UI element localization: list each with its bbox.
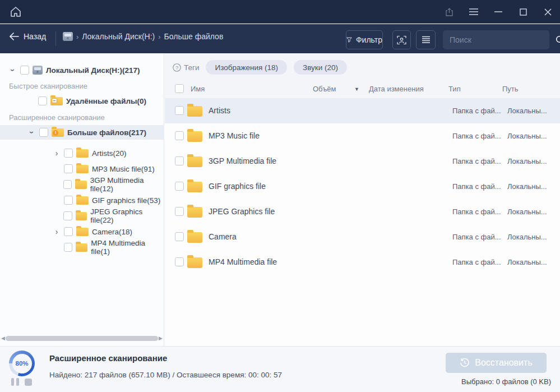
sidebar-item-label: 3GP Multimedia file(12): [90, 176, 164, 193]
selected-files-info: Выбрано: 0 файлов (0 KB): [461, 377, 551, 386]
sidebar-child-item[interactable]: › 3GP Multimedia file(12): [53, 177, 164, 192]
file-name: MP3 Music file: [209, 131, 260, 140]
file-name: Camera: [209, 232, 237, 241]
row-checkbox[interactable]: [175, 257, 184, 266]
deleted-files-checkbox[interactable]: [38, 96, 47, 105]
sidebar-item-deleted-files[interactable]: − Удалённые файлы(0): [38, 94, 146, 108]
scan-status-title: Расширенное сканирование: [49, 353, 167, 363]
preview-button[interactable]: [392, 30, 411, 49]
stop-icon[interactable]: [25, 379, 32, 386]
row-checkbox[interactable]: [175, 156, 184, 165]
list-view-icon[interactable]: [416, 30, 436, 49]
column-header-date[interactable]: Дата изменения: [369, 85, 424, 93]
child-checkbox[interactable]: [64, 149, 73, 158]
menu-icon[interactable]: [461, 0, 486, 24]
file-path: Локальны...: [507, 107, 547, 115]
search-input[interactable]: [443, 35, 556, 44]
table-header: Имя Объём ▼ Дата изменения Тип Путь: [165, 80, 560, 98]
row-checkbox[interactable]: [175, 207, 184, 216]
table-row[interactable]: Artists Папка с фай... Локальны...: [165, 98, 560, 123]
breadcrumb-folder[interactable]: Больше файлов: [164, 32, 224, 41]
sidebar-item-label: Camera(18): [92, 228, 132, 236]
sidebar-item-more-files[interactable]: › ! Больше файлов(217): [28, 125, 146, 140]
recover-button[interactable]: Восстановить: [446, 353, 547, 373]
file-path: Локальны...: [507, 157, 547, 165]
file-type: Папка с фай...: [452, 233, 501, 241]
help-icon[interactable]: ?: [173, 63, 181, 72]
table-row[interactable]: GIF graphics file Папка с фай... Локальн…: [165, 174, 560, 199]
chevron-down-icon[interactable]: ›: [9, 66, 17, 74]
minimize-button[interactable]: [486, 0, 511, 24]
drive-icon: [63, 32, 73, 41]
row-checkbox[interactable]: [175, 232, 184, 241]
sidebar-child-item[interactable]: › GIF graphics file(53): [53, 192, 160, 208]
back-button[interactable]: Назад: [9, 32, 46, 41]
file-type: Папка с фай...: [452, 157, 501, 165]
folder-icon: [76, 243, 87, 252]
sidebar-item-label: JPEG Graphics file(22): [90, 207, 164, 224]
share-icon[interactable]: [437, 0, 461, 24]
filter-button[interactable]: Фильтр: [346, 30, 383, 49]
table-row[interactable]: Camera Папка с фай... Локальны...: [165, 224, 560, 250]
row-checkbox[interactable]: [175, 131, 184, 140]
row-checkbox[interactable]: [175, 182, 184, 191]
sidebar-child-item[interactable]: › JPEG Graphics file(22): [53, 208, 164, 224]
table-row[interactable]: MP4 Multimedia file Папка с фай... Локал…: [165, 250, 560, 275]
search-icon[interactable]: [556, 35, 560, 45]
window-controls: [437, 0, 560, 24]
select-all-checkbox[interactable]: [175, 84, 184, 93]
scrollbar-thumb[interactable]: [6, 336, 158, 341]
child-checkbox[interactable]: [64, 227, 73, 236]
table-row[interactable]: MP3 Music file Папка с фай... Локальны..…: [165, 123, 560, 149]
pause-icon[interactable]: [11, 378, 19, 386]
sidebar-item-label: GIF graphics file(53): [92, 196, 160, 205]
file-type: Папка с фай...: [452, 258, 501, 266]
child-checkbox[interactable]: [64, 164, 73, 173]
column-header-path[interactable]: Путь: [502, 85, 519, 93]
list-header-area: ? Теги Изображения (18) Звуки (20) Имя О…: [165, 53, 560, 98]
scroll-right-icon[interactable]: ▶: [158, 335, 163, 341]
child-checkbox[interactable]: [64, 243, 73, 252]
child-checkbox[interactable]: [63, 180, 72, 189]
maximize-button[interactable]: [511, 0, 535, 24]
chevron-right-icon[interactable]: ›: [53, 228, 61, 236]
folder-deleted-icon: −: [50, 97, 63, 105]
sort-descending-icon[interactable]: ▼: [354, 86, 359, 92]
close-button[interactable]: [535, 0, 560, 24]
table-row[interactable]: 3GP Multimedia file Папка с фай... Локал…: [165, 149, 560, 174]
home-icon[interactable]: [9, 5, 22, 19]
file-rows: Artists Папка с фай... Локальны... MP3 M…: [165, 98, 560, 275]
progress-percent: 80%: [12, 354, 32, 373]
file-name: MP4 Multimedia file: [209, 257, 277, 266]
sidebar-child-item[interactable]: › MP3 Music file(91): [53, 161, 155, 177]
column-header-size[interactable]: Объём: [313, 85, 336, 93]
sidebar-child-item[interactable]: › Artists(20): [53, 145, 127, 161]
child-checkbox[interactable]: [64, 196, 73, 205]
sidebar-item-local-disk[interactable]: › Локальный Диск(H:)(217): [9, 63, 140, 77]
chevron-right-icon[interactable]: ›: [53, 149, 61, 157]
folder-icon: [187, 106, 202, 117]
row-checkbox[interactable]: [175, 106, 184, 115]
sidebar-child-item[interactable]: › MP4 Multimedia file(1): [53, 239, 164, 255]
horizontal-scrollbar[interactable]: ◀ ▶: [1, 335, 163, 342]
sidebar-child-item[interactable]: › Camera(18): [53, 224, 132, 239]
column-header-name[interactable]: Имя: [191, 85, 205, 93]
svg-text:?: ?: [175, 64, 178, 70]
file-type: Папка с фай...: [452, 107, 501, 115]
more-files-checkbox[interactable]: [39, 128, 48, 137]
scroll-left-icon[interactable]: ◀: [1, 335, 6, 341]
sidebar-item-label: Локальный Диск(H:)(217): [46, 66, 140, 75]
restore-icon: [460, 358, 470, 368]
table-row[interactable]: JPEG Graphics file Папка с фай... Локаль…: [165, 199, 560, 224]
scan-status-info: Найдено: 217 файлов (657.10 MB) / Оставш…: [49, 371, 282, 379]
filter-label: Фильтр: [356, 35, 382, 44]
tag-pill[interactable]: Звуки (20): [294, 60, 347, 75]
breadcrumb-drive[interactable]: Локальный Диск(H:): [82, 32, 155, 41]
chevron-down-icon[interactable]: ›: [28, 128, 36, 136]
quick-scan-label: Быстрое сканирование: [9, 82, 87, 90]
local-disk-checkbox[interactable]: [20, 66, 29, 75]
column-header-type[interactable]: Тип: [448, 85, 461, 93]
child-checkbox[interactable]: [63, 211, 72, 220]
folder-icon: [187, 156, 202, 167]
tag-pill[interactable]: Изображения (18): [206, 60, 287, 75]
